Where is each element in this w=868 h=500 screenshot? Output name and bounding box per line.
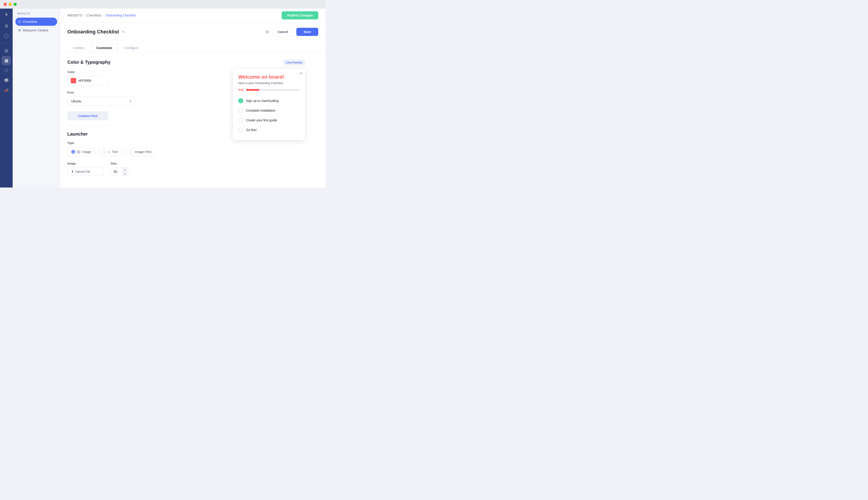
color-input[interactable]: #FF5959: [67, 76, 108, 86]
custom-font-group: Custom Font: [67, 111, 226, 121]
size-input-wrap: ▲ ▼: [111, 168, 129, 176]
save-button[interactable]: Save: [296, 28, 318, 36]
icon-bar: ≡ ⊞ ◯ ▤ ▦ ⬡ 💬 📣: [0, 9, 13, 188]
tab-content[interactable]: Content: [67, 44, 90, 52]
size-up-button[interactable]: ▲: [123, 168, 127, 172]
color-field-group: Color #FF5959: [67, 70, 226, 86]
section-divider: [67, 126, 226, 126]
radio-image-text[interactable]: Image+Text: [125, 147, 155, 156]
font-value: Ubuntu: [71, 99, 81, 103]
nav-chat[interactable]: 💬: [2, 76, 11, 85]
preview-close-icon[interactable]: ✕: [300, 71, 303, 76]
breadcrumb: WIDGETS › Checklists › Onboarding Checkl…: [67, 13, 136, 17]
preview-panel: Live Preview ✕ Welcome on board! Here is…: [233, 60, 305, 180]
image-size-row: Image ⬆ Upload File Size ▲ ▼: [67, 162, 226, 176]
sidebar-item-label: Resource Centers: [23, 29, 48, 32]
type-field-group: Type 🖼 Image ≡ Text: [67, 141, 226, 156]
progress-bar-fill: [246, 89, 259, 91]
target-icon[interactable]: ⊕: [266, 29, 269, 35]
breadcrumb-current: Onboarding Checklist: [105, 13, 136, 17]
checklist-label-1: Complete Installation: [246, 109, 275, 112]
breadcrumb-sep-2: ›: [103, 14, 104, 17]
nav-widgets[interactable]: ▤: [2, 46, 11, 55]
checklists-icon: ☑: [18, 20, 21, 23]
checklist-item-0[interactable]: ✓ Sign up to UserGuiding: [238, 96, 300, 106]
chevron-down-icon: ▾: [130, 99, 131, 103]
size-field: Size ▲ ▼: [111, 162, 129, 176]
font-field-group: Font Ubuntu ▾: [67, 91, 226, 106]
edit-icon[interactable]: ✎: [122, 30, 125, 34]
breadcrumb-sep-1: ›: [84, 14, 85, 17]
sidebar-item-checklists[interactable]: ☑ Checklists: [15, 18, 57, 26]
checklist-item-2[interactable]: Create your first guide: [238, 115, 300, 125]
page-title: Onboarding Checklist: [67, 29, 119, 35]
type-label: Type: [67, 141, 226, 145]
check-circle-2: [238, 118, 243, 123]
upload-button[interactable]: ⬆ Upload File: [67, 168, 103, 176]
live-preview-label: Live Preview: [283, 60, 305, 66]
sidebar-title: WIDGETS: [15, 12, 57, 15]
type-radio-group: 🖼 Image ≡ Text Image+Text: [67, 147, 226, 156]
cancel-button[interactable]: Cancel: [272, 27, 294, 36]
top-nav-right: Publish Changes: [282, 11, 318, 20]
page-header-right: ⊕ Cancel Save: [266, 27, 318, 36]
image-label: Image: [67, 162, 103, 165]
form-section: Color & Typography Color #FF5959 Font Ub…: [67, 60, 226, 180]
radio-image-circle: [71, 150, 75, 154]
size-label: Size: [111, 162, 129, 165]
title-bar: [0, 0, 326, 9]
color-value: #FF5959: [78, 79, 91, 82]
font-select[interactable]: Ubuntu ▾: [67, 96, 135, 106]
nav-users[interactable]: ◯: [2, 31, 11, 41]
image-icon: 🖼: [77, 150, 80, 154]
radio-image[interactable]: 🖼 Image: [67, 147, 95, 156]
top-nav: WIDGETS › Checklists › Onboarding Checkl…: [60, 9, 326, 22]
nav-flows[interactable]: ⬡: [2, 66, 11, 75]
radio-image-label: Image: [82, 150, 91, 154]
tabs: Content Customize Configure: [60, 40, 326, 53]
tab-configure[interactable]: Configure: [119, 44, 144, 52]
preview-widget: ✕ Welcome on board! Here is your Onboard…: [233, 69, 305, 140]
content-area: Color & Typography Color #FF5959 Font Ub…: [60, 53, 326, 188]
color-label: Color: [67, 70, 226, 73]
image-field: Image ⬆ Upload File: [67, 162, 103, 176]
size-input[interactable]: [111, 168, 122, 176]
main-content: WIDGETS › Checklists › Onboarding Checkl…: [60, 9, 326, 188]
radio-text-label: Text: [112, 150, 118, 154]
nav-checklists[interactable]: ▦: [2, 56, 11, 65]
progress-pct: %25: [238, 88, 244, 91]
nav-announce[interactable]: 📣: [2, 86, 11, 95]
checklist-item-3[interactable]: Go live!: [238, 125, 300, 135]
color-typography-heading: Color & Typography: [67, 60, 226, 65]
nav-grid[interactable]: ⊞: [2, 22, 11, 31]
sidebar-item-resource-centers[interactable]: ⚙ Resource Centers: [15, 26, 57, 34]
font-label: Font: [67, 91, 226, 94]
preview-subtitle: Here is your Onboarding Checklist: [238, 81, 300, 85]
logo-icon[interactable]: ≡: [5, 12, 8, 17]
preview-title: Welcome on board!: [238, 74, 300, 80]
page-header: Onboarding Checklist ✎ ⊕ Cancel Save: [60, 22, 326, 40]
check-circle-0: ✓: [238, 98, 243, 103]
check-circle-1: [238, 108, 243, 113]
breadcrumb-widgets[interactable]: WIDGETS: [67, 13, 82, 17]
radio-imagetext-circle: [129, 150, 133, 154]
checklist-label-0: Sign up to UserGuiding: [246, 99, 279, 103]
minimize-button[interactable]: [9, 3, 12, 6]
breadcrumb-checklists[interactable]: Checklists: [87, 13, 101, 17]
size-spinners: ▲ ▼: [122, 168, 127, 176]
launcher-heading: Launcher: [67, 132, 226, 137]
resource-centers-icon: ⚙: [18, 29, 21, 32]
tab-customize[interactable]: Customize: [91, 44, 118, 52]
progress-row: %25: [238, 88, 300, 91]
radio-text[interactable]: ≡ Text: [99, 147, 122, 156]
custom-font-button[interactable]: Custom Font: [67, 111, 108, 121]
size-down-button[interactable]: ▼: [123, 172, 127, 176]
maximize-button[interactable]: [13, 3, 17, 6]
close-button[interactable]: [4, 3, 7, 6]
page-header-left: Onboarding Checklist ✎: [67, 29, 125, 35]
publish-button[interactable]: Publish Changes: [282, 11, 318, 20]
checklist-item-1[interactable]: Complete Installation: [238, 106, 300, 115]
checklist-label-3: Go live!: [246, 128, 257, 132]
sidebar-item-label: Checklists: [23, 20, 37, 23]
upload-icon: ⬆: [71, 170, 74, 173]
